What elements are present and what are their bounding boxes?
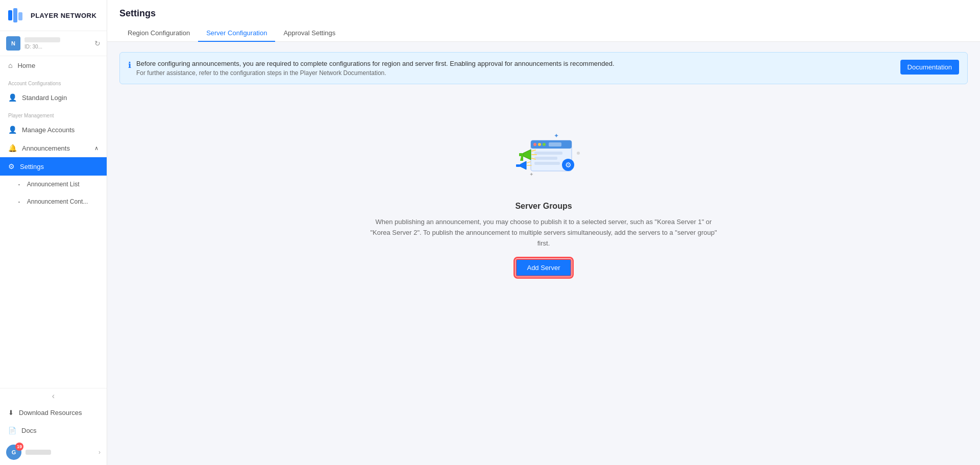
collapse-button[interactable]: ‹ xyxy=(0,388,107,404)
manage-accounts-label: Manage Accounts xyxy=(22,126,75,134)
svg-line-19 xyxy=(527,162,530,163)
user-info: ID: 30... xyxy=(24,37,90,50)
chevron-up-icon: ∧ xyxy=(94,145,99,152)
svg-point-5 xyxy=(533,143,536,146)
svg-rect-8 xyxy=(549,142,561,146)
svg-rect-18 xyxy=(516,164,520,167)
svg-rect-1 xyxy=(13,8,17,22)
tabs-bar: Region Configuration Server Configuratio… xyxy=(119,25,968,41)
sidebar-home-label: Home xyxy=(17,62,35,69)
download-icon: ⬇ xyxy=(8,409,14,417)
page-header: Settings Region Configuration Server Con… xyxy=(107,0,980,42)
svg-text:✦: ✦ xyxy=(554,132,559,139)
tab-server-configuration[interactable]: Server Configuration xyxy=(198,25,275,42)
empty-state-title: Server Groups xyxy=(515,202,572,211)
sidebar-item-docs[interactable]: 📄 Docs xyxy=(0,422,107,439)
svg-text:⚙: ⚙ xyxy=(565,161,572,169)
sidebar-item-settings[interactable]: ⚙ Settings xyxy=(0,157,107,176)
announcement-cont-label: Announcement Cont... xyxy=(27,198,88,205)
home-icon: ⌂ xyxy=(8,61,12,69)
tab-approval-settings[interactable]: Approval Settings xyxy=(275,25,344,42)
user-status xyxy=(24,37,60,42)
empty-state-description: When publishing an announcement, you may… xyxy=(365,217,722,249)
main-content: Settings Region Configuration Server Con… xyxy=(107,0,980,465)
sidebar-item-manage-accounts[interactable]: 👤 Manage Accounts xyxy=(0,120,107,139)
standard-login-label: Standard Login xyxy=(22,94,67,102)
sidebar: PLAYER NETWORK N ID: 30... ↻ ⌂ Home Acco… xyxy=(0,0,107,465)
content-area: ℹ Before configuring announcements, you … xyxy=(107,42,980,465)
sidebar-item-standard-login[interactable]: 👤 Standard Login xyxy=(0,88,107,107)
settings-label: Settings xyxy=(20,163,44,170)
user-bottom-avatar: G 19 xyxy=(6,445,21,460)
sidebar-item-announcement-list[interactable]: Announcement List xyxy=(0,176,107,193)
notification-badge: 19 xyxy=(15,443,23,451)
download-resources-label: Download Resources xyxy=(19,409,82,417)
info-main-text: Before configuring announcements, you ar… xyxy=(136,60,895,67)
sidebar-item-download[interactable]: ⬇ Download Resources xyxy=(0,404,107,422)
sidebar-item-announcement-cont[interactable]: Announcement Cont... xyxy=(0,193,107,210)
refresh-icon[interactable]: ↻ xyxy=(94,39,101,47)
info-icon: ℹ xyxy=(128,60,131,70)
svg-point-7 xyxy=(543,143,546,146)
svg-rect-9 xyxy=(534,152,562,155)
svg-rect-2 xyxy=(18,12,22,20)
account-config-label: Account Configurations xyxy=(0,75,107,88)
logo-icon xyxy=(8,8,27,22)
empty-state: ⚙ xyxy=(119,94,968,297)
server-groups-illustration: ⚙ xyxy=(503,125,584,191)
avatar: N xyxy=(6,36,20,51)
add-server-button[interactable]: Add Server xyxy=(516,259,571,277)
user-id: ID: 30... xyxy=(24,44,90,50)
app-name: PLAYER NETWORK xyxy=(31,12,96,19)
sidebar-bottom: ‹ ⬇ Download Resources 📄 Docs G 19 › xyxy=(0,388,107,465)
svg-text:✦: ✦ xyxy=(529,172,533,177)
svg-rect-10 xyxy=(534,157,557,160)
user-card[interactable]: N ID: 30... ↻ xyxy=(0,31,107,56)
docs-icon: 📄 xyxy=(8,427,16,434)
manage-icon: 👤 xyxy=(8,126,17,134)
tab-region-configuration[interactable]: Region Configuration xyxy=(119,25,198,42)
info-text: Before configuring announcements, you ar… xyxy=(136,60,895,77)
logo-area: PLAYER NETWORK xyxy=(0,0,107,31)
sidebar-item-announcements[interactable]: 🔔 Announcements ∧ xyxy=(0,139,107,157)
svg-point-6 xyxy=(538,143,541,146)
sidebar-item-home[interactable]: ⌂ Home xyxy=(0,56,107,75)
docs-label: Docs xyxy=(21,427,37,434)
info-banner: ℹ Before configuring announcements, you … xyxy=(119,52,968,84)
user-icon: 👤 xyxy=(8,93,17,102)
user-bottom-name xyxy=(26,450,51,455)
documentation-button[interactable]: Documentation xyxy=(900,60,959,75)
page-title: Settings xyxy=(119,8,968,19)
player-management-label: Player Management xyxy=(0,107,107,120)
svg-rect-14 xyxy=(519,153,523,156)
user-bottom-card[interactable]: G 19 › xyxy=(0,439,107,465)
illustration-svg: ⚙ xyxy=(503,125,584,191)
svg-point-23 xyxy=(577,152,580,155)
announcement-list-label: Announcement List xyxy=(27,181,80,188)
chevron-right-icon: › xyxy=(99,449,101,456)
svg-rect-0 xyxy=(8,10,12,20)
settings-icon: ⚙ xyxy=(8,162,15,170)
info-sub-text: For further assistance, refer to the con… xyxy=(136,69,895,77)
svg-rect-11 xyxy=(534,162,560,165)
announcements-label: Announcements xyxy=(22,144,70,152)
announcement-icon: 🔔 xyxy=(8,144,17,152)
